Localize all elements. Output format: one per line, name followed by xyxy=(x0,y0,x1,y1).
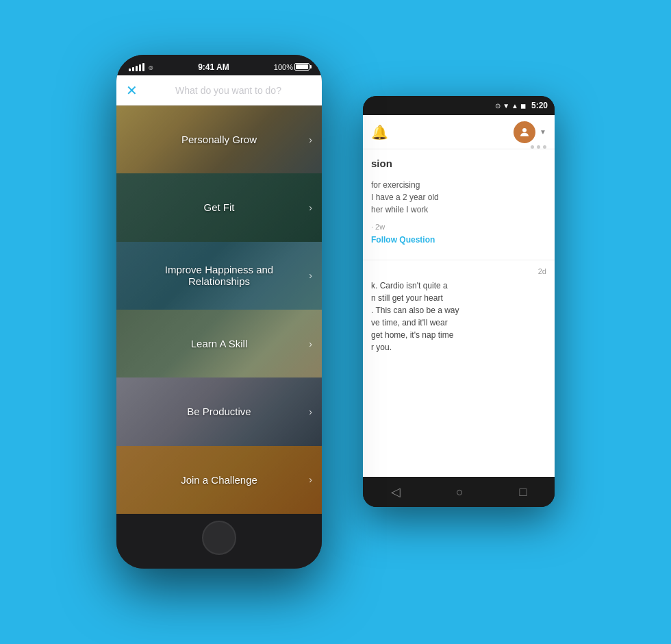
dot-3 xyxy=(543,145,546,149)
android-status-icon-2: ▼ xyxy=(503,102,509,110)
android-avatar xyxy=(514,121,535,143)
menu-item-label-join-challenge: Join a Challenge xyxy=(181,474,257,486)
chevron-right-icon-4: › xyxy=(309,338,312,349)
android-app-bar: 🔔 ▼ xyxy=(363,115,555,149)
ios-search-bar: ✕ What do you want to do? xyxy=(116,75,322,106)
android-phone: ⊙ ▼ ▲ ◼ 5:20 🔔 ▼ sion xyxy=(363,96,555,507)
menu-item-label-personally-grow: Personally Grow xyxy=(181,134,257,145)
menu-item-label-learn-skill: Learn A Skill xyxy=(191,338,248,349)
menu-item-label-get-fit: Get Fit xyxy=(203,201,234,213)
ios-home-area xyxy=(116,514,322,569)
ios-battery-text: 100% xyxy=(274,63,293,71)
android-question-text: for exercising I have a 2 year old her w… xyxy=(371,179,546,216)
chevron-right-icon-5: › xyxy=(309,406,312,417)
ios-screen: ✕ What do you want to do? Personally Gro… xyxy=(116,75,322,514)
ios-time: 9:41 AM xyxy=(198,62,229,72)
android-back-icon[interactable]: ◁ xyxy=(391,484,401,499)
android-time: 5:20 xyxy=(531,101,548,110)
menu-item-get-fit[interactable]: Get Fit › xyxy=(116,173,322,241)
menu-item-label-happiness: Improve Happiness and Relationships xyxy=(116,264,322,287)
android-home-icon[interactable]: ○ xyxy=(456,485,464,499)
ios-phone: ⌾ 9:41 AM 100% ✕ What do you want to do?… xyxy=(116,55,322,569)
chevron-right-icon-6: › xyxy=(309,474,312,485)
menu-item-label-be-productive: Be Productive xyxy=(187,406,251,417)
scene: ⊙ ▼ ▲ ◼ 5:20 🔔 ▼ sion xyxy=(96,55,575,589)
android-nav-bar: ◁ ○ □ xyxy=(363,477,555,507)
android-meta: · 2w xyxy=(371,223,546,231)
ios-status-bar: ⌾ 9:41 AM 100% xyxy=(116,55,322,75)
android-follow-question-button[interactable]: Follow Question xyxy=(371,235,546,245)
search-placeholder: What do you want to do? xyxy=(144,85,312,96)
android-question-title: sion xyxy=(371,158,392,169)
bell-icon[interactable]: 🔔 xyxy=(371,124,388,140)
ios-battery-area: 100% xyxy=(274,63,309,71)
chevron-right-icon-3: › xyxy=(309,270,312,281)
android-status-icon-4: ◼ xyxy=(520,102,526,110)
ios-signal-bars xyxy=(129,63,144,71)
menu-item-happiness[interactable]: Improve Happiness and Relationships › xyxy=(116,242,322,310)
android-recents-icon[interactable]: □ xyxy=(519,485,527,499)
chevron-right-icon-2: › xyxy=(309,202,312,213)
android-avatar-chevron: ▼ xyxy=(540,128,546,136)
menu-items-container: Personally Grow › Get Fit › Improve Happ… xyxy=(116,106,322,514)
ios-battery-icon xyxy=(294,63,309,71)
android-status-icon-3: ▲ xyxy=(511,102,518,110)
android-status-icons: ⊙ ▼ ▲ ◼ xyxy=(495,102,526,110)
close-icon[interactable]: ✕ xyxy=(126,82,138,99)
android-dots xyxy=(531,145,546,149)
menu-item-be-productive[interactable]: Be Productive › xyxy=(116,377,322,445)
android-status-icon-1: ⊙ xyxy=(495,102,501,110)
android-answer-text: k. Cardio isn't quite a n still get your… xyxy=(371,280,546,354)
chevron-right-icon-1: › xyxy=(309,134,312,145)
menu-item-join-challenge[interactable]: Join a Challenge › xyxy=(116,446,322,514)
ios-home-button[interactable] xyxy=(202,521,236,555)
svg-point-0 xyxy=(522,128,527,132)
android-status-bar: ⊙ ▼ ▲ ◼ 5:20 xyxy=(363,96,555,115)
dot-2 xyxy=(537,145,540,149)
dot-1 xyxy=(531,145,534,149)
menu-item-personally-grow[interactable]: Personally Grow › xyxy=(116,106,322,173)
ios-wifi-icon: ⌾ xyxy=(149,63,153,71)
android-question-area: sion for exercising I have a 2 year old … xyxy=(363,149,555,253)
menu-item-learn-skill[interactable]: Learn A Skill › xyxy=(116,310,322,377)
android-divider xyxy=(363,260,555,260)
android-answer-meta: 2d xyxy=(371,267,546,275)
android-content: 🔔 ▼ sion for e xyxy=(363,115,555,477)
